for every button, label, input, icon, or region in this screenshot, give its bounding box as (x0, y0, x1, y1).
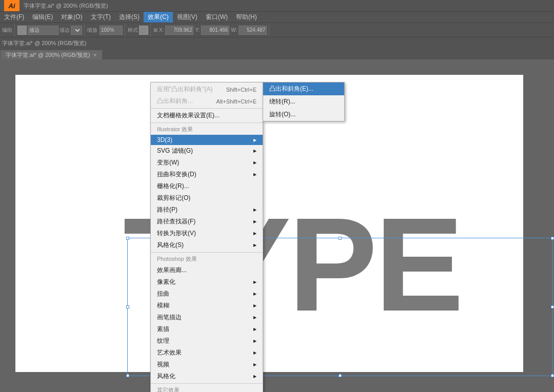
photoshop-effects-label: Photoshop 效果 (151, 254, 263, 264)
handle-mr[interactable] (551, 305, 554, 308)
w-label: W: (231, 27, 237, 33)
close-icon[interactable]: ✕ (93, 52, 97, 58)
stylize-label: 风格化(S) (157, 241, 184, 250)
menu-object[interactable]: 对象(O) (57, 12, 86, 23)
menu-edit[interactable]: 编辑(E) (28, 12, 57, 23)
toolbar: 编组 描边 缩放 样式 ⊞ X: Y: W: (0, 23, 554, 37)
handle-bm[interactable] (339, 374, 342, 377)
title-text: 字体字堂.ai* @ 200% (RGB/预览) (24, 2, 108, 10)
extrude-bevel-item[interactable]: 凸出和斜角... Alt+Shift+Ctrl+E (151, 95, 263, 107)
title-bar: Ai 字体字堂.ai* @ 200% (RGB/预览) (0, 0, 554, 11)
doc-tab-item[interactable]: 字体字堂.ai* @ 200% (RGB/预览) ✕ (0, 50, 103, 59)
revolve-submenu-label: 绕转(R)... (269, 98, 295, 105)
stylize-item[interactable]: 风格化(S) (151, 239, 263, 251)
other-section: 其它效果 Xtream Path (151, 384, 263, 392)
x-label: X: (159, 27, 164, 33)
effect-dropdown-menu: 应用"凸出和斜角"(A) Shift+Ctrl+E 凸出和斜角... Alt+S… (150, 82, 263, 392)
video-label: 视频 (157, 360, 169, 369)
toolbar-group-style: 样式 (128, 23, 151, 37)
zoom-input[interactable] (100, 26, 123, 35)
doc-raster-label: 文档栅格效果设置(E)... (157, 111, 220, 120)
toolbar-group-zoom: 缩放 (87, 23, 125, 37)
distort-item[interactable]: 变形(W) (151, 157, 263, 169)
doc-tab: 字体字堂.ai* @ 200% (RGB/预览) ✕ (0, 49, 554, 59)
stylize-ps-label: 风格化 (157, 372, 175, 381)
toolbar-group-coords: ⊞ X: Y: W: (153, 23, 269, 37)
extrude-bevel-label: 凸出和斜角... (157, 97, 193, 106)
path-label: 路径(P) (157, 205, 177, 214)
x-input[interactable] (165, 26, 193, 35)
distort-ps-item[interactable]: 扭曲 (151, 288, 263, 300)
doc-raster-settings-item[interactable]: 文档栅格效果设置(E)... (151, 110, 263, 121)
svg-filters-label: SVG 滤镜(G) (157, 147, 193, 155)
photoshop-effects-section: Photoshop 效果 效果画廊... 像素化 扭曲 模糊 画笔描边 (151, 253, 263, 384)
y-input[interactable] (201, 26, 229, 35)
y-label: Y: (195, 27, 200, 33)
style-swatch[interactable] (139, 26, 148, 35)
apply-extrude-item[interactable]: 应用"凸出和斜角"(A) Shift+Ctrl+E (151, 84, 263, 95)
svg-filters-item[interactable]: SVG 滤镜(G) (151, 145, 263, 157)
ai-logo-icon: Ai (4, 0, 19, 11)
menu-window[interactable]: 窗口(W) (202, 12, 232, 23)
extrude-bevel-submenu-item[interactable]: 凸出和斜角(E)... (263, 82, 344, 95)
warp-transform-label: 扭曲和变换(D) (157, 170, 196, 179)
rasterize-label: 栅格化(R)... (157, 182, 189, 191)
w-input[interactable] (239, 26, 267, 35)
path-finder-item[interactable]: 路径查找器(F) (151, 216, 263, 228)
menu-file[interactable]: 文件(F) (0, 12, 28, 23)
sketch-item[interactable]: 素描 (151, 323, 263, 335)
path-finder-label: 路径查找器(F) (157, 217, 195, 226)
toolbar-group-label: 编组 (2, 23, 15, 37)
distort-label: 变形(W) (157, 158, 179, 167)
rotate-submenu-label: 旋转(O)... (269, 111, 295, 118)
pixelate-item[interactable]: 像素化 (151, 276, 263, 288)
revolve-submenu-item[interactable]: 绕转(R)... (263, 95, 344, 108)
menu-effect[interactable]: 效果(C) (144, 12, 173, 23)
texture-label: 纹理 (157, 337, 169, 345)
menu-view[interactable]: 视图(V) (173, 12, 202, 23)
convert-shape-item[interactable]: 转换为形状(V) (151, 228, 263, 239)
effect-gallery-label: 效果画廊... (157, 266, 187, 275)
brush-strokes-item[interactable]: 画笔描边 (151, 312, 263, 323)
3d-item[interactable]: 3D(3) (151, 135, 263, 145)
warp-transform-item[interactable]: 扭曲和变换(D) (151, 169, 263, 180)
doc-tab-title: 字体字堂.ai* @ 200% (RGB/预览) (6, 51, 90, 59)
apply-extrude-label: 应用"凸出和斜角"(A) (157, 85, 213, 94)
handle-tr[interactable] (551, 237, 554, 240)
effect-gallery-item[interactable]: 效果画廊... (151, 264, 263, 276)
zoom-label: 缩放 (87, 27, 97, 34)
menu-select[interactable]: 选择(S) (115, 12, 144, 23)
path-item[interactable]: 路径(P) (151, 204, 263, 216)
submenu-3d: 凸出和斜角(E)... 绕转(R)... 旋转(O)... (263, 82, 345, 121)
blur-label: 模糊 (157, 301, 169, 310)
blur-item[interactable]: 模糊 (151, 300, 263, 312)
main-layout: Ai 字体字堂.ai* @ 200% (RGB/预览) 文件(F) 编辑(E) … (0, 0, 554, 392)
fill-swatch[interactable] (17, 26, 27, 35)
rasterize-item[interactable]: 栅格化(R)... (151, 180, 263, 192)
3d-label: 3D(3) (157, 136, 172, 143)
crop-marks-label: 裁剪标记(O) (157, 194, 190, 202)
distort-ps-label: 扭曲 (157, 290, 169, 298)
stylize-ps-item[interactable]: 风格化 (151, 370, 263, 382)
texture-item[interactable]: 纹理 (151, 335, 263, 347)
convert-shape-label: 转换为形状(V) (157, 229, 196, 238)
apply-extrude-shortcut: Shift+Ctrl+E (226, 87, 256, 93)
toolbar-group-stroke: 描边 (17, 23, 85, 37)
handle-br[interactable] (551, 374, 554, 377)
doc-info: 字体字堂.ai* @ 200% (RGB/预览) (2, 39, 87, 47)
style-label: 样式 (128, 27, 138, 34)
other-label: 其它效果 (151, 385, 263, 392)
crop-marks-item[interactable]: 裁剪标记(O) (151, 192, 263, 204)
effect-top-section: 应用"凸出和斜角"(A) Shift+Ctrl+E 凸出和斜角... Alt+S… (151, 82, 263, 109)
illustrator-effects-label: Illustrator 效果 (151, 124, 263, 135)
video-item[interactable]: 视频 (151, 359, 263, 370)
extrude-bevel-shortcut: Alt+Shift+Ctrl+E (216, 98, 256, 105)
handle-bl[interactable] (126, 374, 129, 377)
rotate-submenu-item[interactable]: 旋转(O)... (263, 108, 344, 121)
artistic-item[interactable]: 艺术效果 (151, 347, 263, 359)
stroke-input[interactable] (28, 26, 58, 35)
menu-help[interactable]: 帮助(H) (232, 12, 261, 23)
stroke-select[interactable] (71, 26, 82, 35)
menu-text[interactable]: 文字(T) (87, 12, 115, 23)
group-label: 编组 (2, 27, 12, 34)
